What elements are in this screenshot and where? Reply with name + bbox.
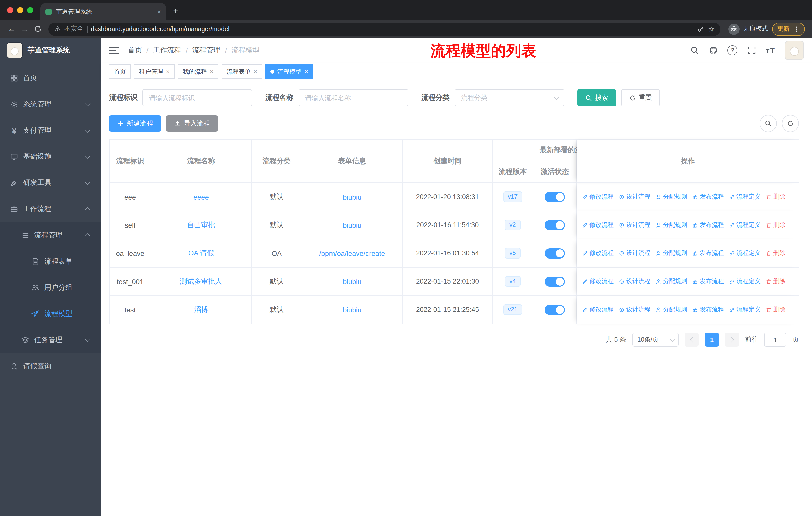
status-toggle[interactable] xyxy=(545,192,565,202)
tag-process-form[interactable]: 流程表单 xyxy=(222,64,262,79)
design-process-link[interactable]: 设计流程 xyxy=(619,192,650,201)
sidebar-item-task-manage[interactable]: 任务管理 xyxy=(0,327,101,353)
delete-link[interactable]: 删除 xyxy=(766,277,785,286)
edit-process-link[interactable]: 修改流程 xyxy=(582,305,614,314)
process-definition-link[interactable]: 流程定义 xyxy=(729,249,761,257)
edit-process-link[interactable]: 修改流程 xyxy=(582,277,614,286)
process-name-input[interactable] xyxy=(298,89,408,106)
sidebar-item-process-model[interactable]: 流程模型 xyxy=(0,301,101,327)
edit-process-link[interactable]: 修改流程 xyxy=(582,221,614,229)
github-icon[interactable] xyxy=(709,46,718,55)
create-process-button[interactable]: 新建流程 xyxy=(109,115,161,132)
edit-process-link[interactable]: 修改流程 xyxy=(582,192,614,201)
version-tag[interactable]: v4 xyxy=(505,276,520,287)
key-icon[interactable] xyxy=(697,25,704,32)
status-toggle[interactable] xyxy=(545,305,565,315)
process-definition-link[interactable]: 流程定义 xyxy=(729,277,761,286)
address-bar[interactable]: 不安全 dashboard.yudao.iocoder.cn/bpm/manag… xyxy=(48,22,720,35)
version-tag[interactable]: v17 xyxy=(503,191,522,202)
tag-my-process[interactable]: 我的流程 xyxy=(178,64,219,79)
process-id-input[interactable] xyxy=(142,89,252,106)
edit-process-link[interactable]: 修改流程 xyxy=(582,249,614,257)
fullscreen-icon[interactable] xyxy=(747,46,756,55)
model-name-link[interactable]: eeee xyxy=(193,193,209,201)
prev-page-button[interactable] xyxy=(685,332,699,347)
model-name-link[interactable]: 滔博 xyxy=(194,305,208,314)
model-name-link[interactable]: 测试多审批人 xyxy=(180,277,222,286)
sidebar-item-user-group[interactable]: 用户分组 xyxy=(0,275,101,301)
sidebar-item-home[interactable]: 首页 xyxy=(0,65,101,91)
design-process-link[interactable]: 设计流程 xyxy=(619,277,650,286)
current-page-button[interactable]: 1 xyxy=(705,332,719,347)
search-icon[interactable] xyxy=(690,46,699,55)
next-page-button[interactable] xyxy=(725,332,739,347)
status-toggle[interactable] xyxy=(545,248,565,258)
version-tag[interactable]: v2 xyxy=(505,219,520,230)
browser-update-button[interactable]: 更新 xyxy=(772,22,805,35)
status-toggle[interactable] xyxy=(545,276,565,287)
form-link[interactable]: biubiu xyxy=(343,221,362,229)
goto-page-input[interactable] xyxy=(764,332,786,347)
close-window-button[interactable] xyxy=(7,7,13,13)
breadcrumb-item[interactable]: 首页 xyxy=(128,46,142,55)
search-button[interactable]: 搜索 xyxy=(577,89,616,106)
browser-menu-icon[interactable] xyxy=(793,25,800,33)
version-tag[interactable]: v5 xyxy=(505,248,520,259)
tag-home[interactable]: 首页 xyxy=(109,64,131,79)
tag-close-icon[interactable] xyxy=(254,69,257,75)
avatar[interactable] xyxy=(785,41,804,60)
version-tag[interactable]: v21 xyxy=(503,304,522,315)
tag-tenant[interactable]: 租户管理 xyxy=(134,64,175,79)
model-name-link[interactable]: OA 请假 xyxy=(188,249,214,258)
delete-link[interactable]: 删除 xyxy=(766,305,785,314)
page-size-select[interactable]: 10条/页 xyxy=(632,332,678,347)
bookmark-star-icon[interactable] xyxy=(708,25,714,33)
design-process-link[interactable]: 设计流程 xyxy=(619,221,650,229)
reset-button[interactable]: 重置 xyxy=(621,89,660,106)
sidebar-item-process-form[interactable]: 流程表单 xyxy=(0,248,101,275)
sidebar-item-workflow[interactable]: 工作流程 xyxy=(0,196,101,222)
form-link[interactable]: biubiu xyxy=(343,306,362,314)
assign-rule-link[interactable]: 分配规则 xyxy=(656,249,687,257)
new-tab-button[interactable] xyxy=(173,6,178,16)
tab-close-icon[interactable] xyxy=(157,8,161,15)
publish-process-link[interactable]: 发布流程 xyxy=(692,249,724,257)
sidebar-item-system[interactable]: 系统管理 xyxy=(0,91,101,117)
tag-close-icon[interactable] xyxy=(210,69,213,75)
assign-rule-link[interactable]: 分配规则 xyxy=(656,305,687,314)
refresh-table-button[interactable] xyxy=(782,115,799,132)
sidebar-item-devtools[interactable]: 研发工具 xyxy=(0,170,101,196)
publish-process-link[interactable]: 发布流程 xyxy=(692,221,724,229)
minimize-window-button[interactable] xyxy=(17,7,23,13)
status-toggle[interactable] xyxy=(545,220,565,230)
back-button[interactable] xyxy=(5,22,18,35)
reload-button[interactable] xyxy=(31,22,44,35)
publish-process-link[interactable]: 发布流程 xyxy=(692,305,724,314)
delete-link[interactable]: 删除 xyxy=(766,221,785,229)
sidebar-item-leave-query[interactable]: 请假查询 xyxy=(0,353,101,379)
collapse-sidebar-icon[interactable] xyxy=(109,46,119,54)
form-link[interactable]: biubiu xyxy=(343,277,362,286)
font-size-icon[interactable] xyxy=(766,46,775,55)
zoom-window-button[interactable] xyxy=(27,7,33,13)
publish-process-link[interactable]: 发布流程 xyxy=(692,192,724,201)
design-process-link[interactable]: 设计流程 xyxy=(619,305,650,314)
import-process-button[interactable]: 导入流程 xyxy=(166,115,218,132)
process-definition-link[interactable]: 流程定义 xyxy=(729,221,761,229)
process-definition-link[interactable]: 流程定义 xyxy=(729,305,761,314)
sidebar-item-process-manage[interactable]: 流程管理 xyxy=(0,222,101,248)
assign-rule-link[interactable]: 分配规则 xyxy=(656,192,687,201)
form-link[interactable]: biubiu xyxy=(343,193,362,201)
publish-process-link[interactable]: 发布流程 xyxy=(692,277,724,286)
sidebar-item-infra[interactable]: 基础设施 xyxy=(0,144,101,170)
delete-link[interactable]: 删除 xyxy=(766,249,785,257)
breadcrumb-item[interactable]: 流程管理 xyxy=(192,46,221,55)
process-definition-link[interactable]: 流程定义 xyxy=(729,192,761,201)
process-category-select[interactable]: 流程分类 xyxy=(455,89,564,106)
tag-close-icon[interactable] xyxy=(166,69,170,75)
assign-rule-link[interactable]: 分配规则 xyxy=(656,277,687,286)
forward-button[interactable] xyxy=(18,22,31,35)
help-icon[interactable] xyxy=(728,45,738,55)
breadcrumb-item[interactable]: 工作流程 xyxy=(153,46,181,55)
tag-close-icon[interactable] xyxy=(304,69,308,75)
